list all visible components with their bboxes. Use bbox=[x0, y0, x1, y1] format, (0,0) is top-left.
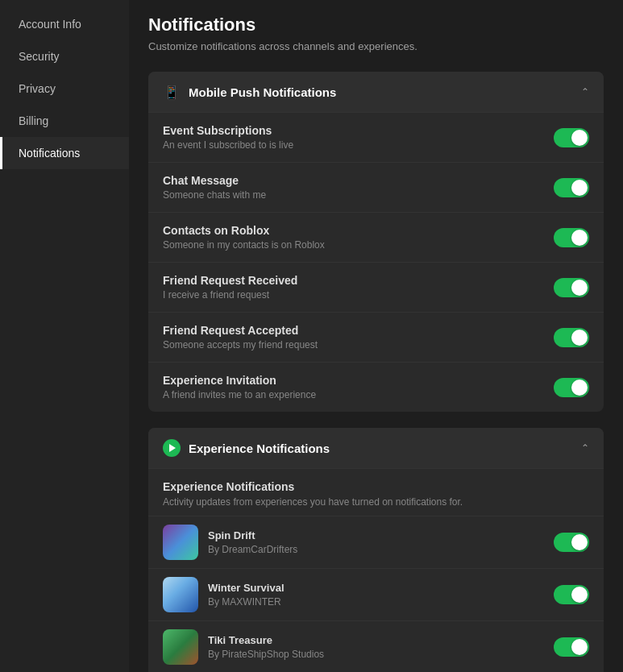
notif-friend-request-accepted: Friend Request Accepted Someone accepts … bbox=[148, 312, 604, 362]
sidebar-item-privacy[interactable]: Privacy bbox=[0, 73, 129, 105]
game-item-spin-drift: Spin Drift By DreamCarDrifters bbox=[148, 516, 604, 568]
toggle-friend-request-received[interactable] bbox=[554, 278, 589, 297]
sidebar-item-account-info[interactable]: Account Info bbox=[0, 8, 129, 40]
toggle-winter-survival[interactable] bbox=[554, 585, 589, 604]
play-icon bbox=[163, 439, 181, 457]
toggle-contacts-on-roblox[interactable] bbox=[554, 228, 589, 247]
notif-event-subscriptions: Event Subscriptions An event I subscribe… bbox=[148, 112, 604, 162]
toggle-experience-invitation[interactable] bbox=[554, 378, 589, 397]
toggle-tiki-treasure[interactable] bbox=[554, 637, 589, 657]
notif-experience-invitation: Experience Invitation A friend invites m… bbox=[148, 362, 604, 412]
main-content: Notifications Customize notifications ac… bbox=[129, 0, 623, 672]
mobile-push-header: 📱 Mobile Push Notifications ⌃ bbox=[148, 72, 604, 112]
game-thumb-winter-survival bbox=[163, 577, 198, 612]
experience-notifications-section: Experience Notifications ⌃ Experience No… bbox=[148, 428, 604, 672]
app-layout: Account Info Security Privacy Billing No… bbox=[0, 0, 623, 672]
experience-notifications-header: Experience Notifications ⌃ bbox=[148, 428, 604, 468]
sidebar-item-billing[interactable]: Billing bbox=[0, 105, 129, 137]
game-item-tiki-treasure: Tiki Treasure By PirateShipShop Studios bbox=[148, 620, 604, 672]
page-subtitle: Customize notifications across channels … bbox=[148, 40, 604, 52]
exp-notif-description-block: Experience Notifications Activity update… bbox=[148, 468, 604, 516]
mobile-icon: 📱 bbox=[163, 83, 181, 101]
toggle-event-subscriptions[interactable] bbox=[554, 128, 589, 147]
notif-contacts-on-roblox: Contacts on Roblox Someone in my contact… bbox=[148, 212, 604, 262]
toggle-chat-message[interactable] bbox=[554, 178, 589, 197]
page-title: Notifications bbox=[148, 15, 604, 35]
mobile-push-section: 📱 Mobile Push Notifications ⌃ Event Subs… bbox=[148, 72, 604, 412]
toggle-spin-drift[interactable] bbox=[554, 533, 589, 552]
sidebar-item-security[interactable]: Security bbox=[0, 40, 129, 73]
notif-chat-message: Chat Message Someone chats with me bbox=[148, 162, 604, 212]
sidebar: Account Info Security Privacy Billing No… bbox=[0, 0, 129, 672]
notif-friend-request-received: Friend Request Received I receive a frie… bbox=[148, 262, 604, 312]
toggle-friend-request-accepted[interactable] bbox=[554, 328, 589, 347]
game-thumb-spin-drift bbox=[163, 525, 198, 560]
experience-notifications-collapse-icon[interactable]: ⌃ bbox=[581, 442, 589, 454]
mobile-push-collapse-icon[interactable]: ⌃ bbox=[581, 86, 589, 97]
sidebar-item-notifications[interactable]: Notifications bbox=[0, 137, 129, 169]
experience-notifications-title: Experience Notifications bbox=[189, 442, 330, 455]
game-thumb-tiki-treasure bbox=[163, 629, 198, 665]
game-item-winter-survival: Winter Survival By MAXWINTER bbox=[148, 568, 604, 620]
mobile-push-title: Mobile Push Notifications bbox=[189, 85, 336, 99]
